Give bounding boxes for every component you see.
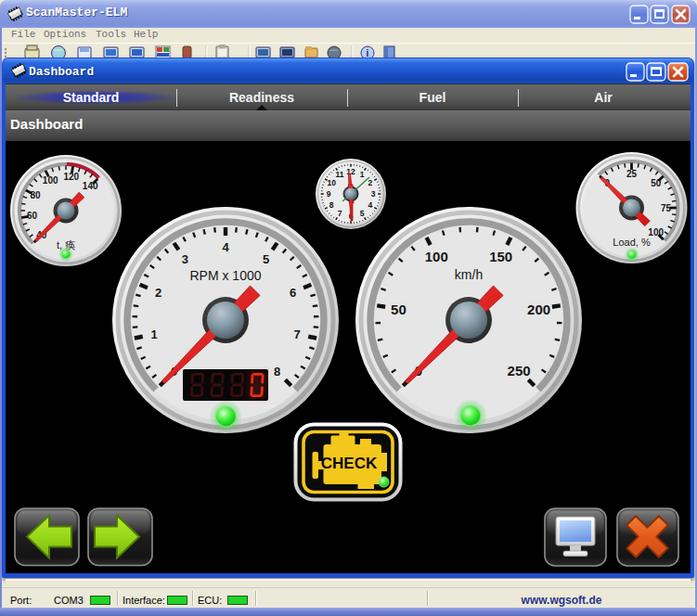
svg-text:5: 5	[360, 209, 365, 218]
svg-text:3: 3	[371, 189, 376, 199]
svg-text:120: 120	[63, 172, 79, 182]
svg-text:3: 3	[182, 252, 188, 266]
svg-text:80: 80	[30, 190, 41, 200]
svg-text:8: 8	[274, 365, 280, 379]
svg-text:25: 25	[626, 169, 638, 179]
svg-text:km/h: km/h	[455, 267, 483, 282]
svg-text:Load, %: Load, %	[613, 237, 651, 248]
svg-text:2: 2	[155, 286, 161, 300]
svg-text:12: 12	[346, 167, 355, 176]
svg-text:150: 150	[489, 249, 512, 264]
svg-text:2: 2	[368, 178, 372, 187]
svg-text:10: 10	[327, 178, 336, 187]
svg-text:1: 1	[150, 327, 157, 341]
svg-text:250: 250	[508, 363, 531, 379]
svg-text:6: 6	[290, 286, 296, 300]
svg-text:200: 200	[527, 302, 550, 317]
svg-text:9: 9	[327, 189, 331, 199]
svg-text:11: 11	[336, 170, 344, 179]
svg-text:100: 100	[648, 227, 664, 237]
svg-text:50: 50	[651, 178, 662, 188]
svg-text:60: 60	[27, 211, 38, 221]
svg-text:7: 7	[293, 327, 300, 341]
svg-text:100: 100	[425, 249, 448, 264]
svg-text:5: 5	[263, 252, 269, 266]
svg-text:4: 4	[222, 240, 229, 254]
svg-text:75: 75	[661, 203, 672, 213]
svg-text:50: 50	[391, 302, 407, 317]
svg-text:140: 140	[83, 181, 98, 191]
svg-text:CHECK: CHECK	[321, 455, 378, 472]
svg-text:4: 4	[368, 200, 372, 210]
svg-text:8: 8	[329, 200, 334, 210]
svg-text:1: 1	[360, 170, 365, 179]
svg-text:100: 100	[43, 175, 58, 186]
svg-text:RPM x 1000: RPM x 1000	[189, 268, 261, 283]
svg-text:7: 7	[338, 209, 342, 218]
